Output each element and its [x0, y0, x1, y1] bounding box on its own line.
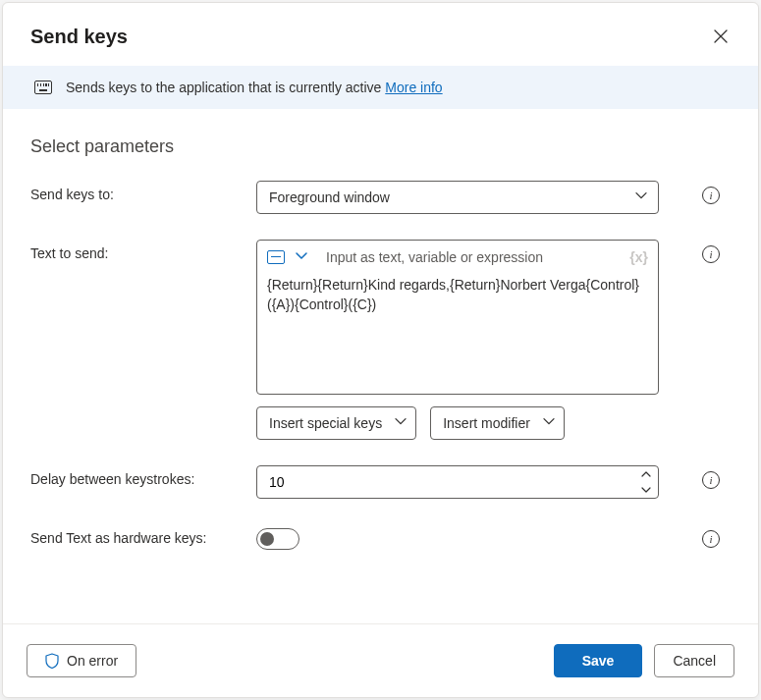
info-bar: Sends keys to the application that is cu…: [3, 66, 758, 109]
insert-special-keys-label: Insert special keys: [269, 415, 382, 431]
delay-input[interactable]: [257, 466, 634, 498]
close-icon: [714, 29, 728, 43]
label-text-to-send: Text to send:: [30, 240, 256, 261]
info-bar-text: Sends keys to the application that is cu…: [66, 80, 443, 95]
shield-icon: [45, 653, 59, 669]
insert-modifier-label: Insert modifier: [443, 415, 530, 431]
variable-icon[interactable]: {x}: [629, 249, 648, 265]
dialog-header: Send keys: [3, 3, 758, 66]
row-hardware-keys: Send Text as hardware keys: i: [30, 524, 731, 550]
row-send-keys-to: Send keys to: Foreground window i: [30, 181, 731, 214]
insert-modifier-button[interactable]: Insert modifier: [430, 406, 565, 440]
label-delay: Delay between keystrokes:: [30, 465, 256, 487]
more-info-link[interactable]: More info: [385, 80, 442, 95]
label-hardware-keys: Send Text as hardware keys:: [30, 524, 256, 546]
delay-decrement-button[interactable]: [634, 482, 658, 498]
dialog-footer: On error Save Cancel: [3, 623, 758, 697]
info-icon[interactable]: i: [702, 471, 720, 489]
cancel-button[interactable]: Cancel: [654, 644, 734, 677]
on-error-button[interactable]: On error: [27, 644, 136, 677]
label-send-keys-to: Send keys to:: [30, 181, 256, 202]
toggle-knob: [260, 532, 274, 546]
text-to-send-input[interactable]: Input as text, variable or expression {x…: [256, 240, 659, 395]
dialog-title: Send keys: [30, 26, 128, 48]
chevron-down-icon[interactable]: [295, 248, 308, 265]
info-icon[interactable]: i: [702, 187, 720, 204]
keyboard-icon: [34, 81, 52, 94]
chevron-down-icon: [542, 414, 556, 431]
info-icon[interactable]: i: [702, 245, 720, 263]
row-text-to-send: Text to send: Input as text, variable or…: [30, 240, 731, 440]
text-field-icon: [267, 250, 285, 264]
info-icon[interactable]: i: [702, 530, 720, 548]
text-to-send-content[interactable]: {Return}{Return}Kind regards,{Return}Nor…: [267, 275, 648, 363]
delay-spinner[interactable]: [256, 465, 659, 499]
send-keys-to-dropdown[interactable]: Foreground window: [256, 181, 659, 214]
send-keys-dialog: Send keys Sends keys to the application …: [2, 2, 759, 698]
send-keys-to-value: Foreground window: [269, 189, 390, 205]
insert-special-keys-button[interactable]: Insert special keys: [256, 406, 416, 440]
text-input-placeholder: Input as text, variable or expression: [326, 249, 543, 265]
section-title: Select parameters: [30, 136, 731, 157]
close-button[interactable]: [707, 23, 734, 50]
dialog-body: Select parameters Send keys to: Foregrou…: [3, 109, 758, 623]
chevron-down-icon: [634, 188, 648, 205]
text-input-header: Input as text, variable or expression {x…: [267, 248, 648, 265]
info-bar-message: Sends keys to the application that is cu…: [66, 80, 385, 95]
chevron-down-icon: [394, 414, 408, 431]
row-delay: Delay between keystrokes: i: [30, 465, 731, 499]
hardware-keys-toggle[interactable]: [256, 528, 299, 550]
save-button[interactable]: Save: [554, 644, 643, 677]
delay-increment-button[interactable]: [634, 466, 658, 482]
on-error-label: On error: [67, 653, 118, 669]
